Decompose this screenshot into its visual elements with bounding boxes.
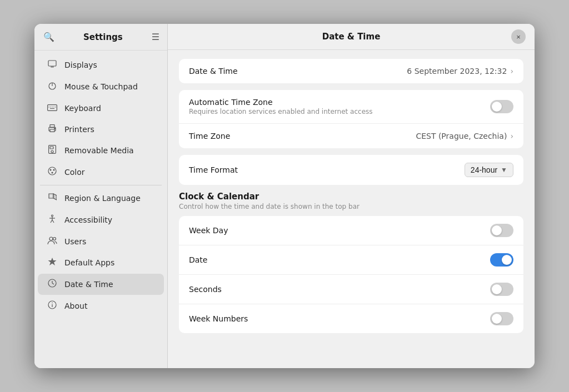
about-icon xyxy=(47,300,58,311)
svg-point-29 xyxy=(49,237,53,240)
auto-timezone-toggle[interactable] xyxy=(490,100,513,113)
svg-marker-23 xyxy=(53,194,57,200)
sidebar-items-list: Displays Mouse & Touchpad Keyboard xyxy=(34,51,167,368)
sidebar-label-color: Color xyxy=(64,168,85,177)
sidebar-header: 🔍 Settings ☰ xyxy=(34,24,167,51)
sidebar-label-about: About xyxy=(64,301,87,310)
week-numbers-toggle[interactable] xyxy=(490,312,513,325)
sidebar-item-accessibility[interactable]: Accessibility xyxy=(38,209,164,230)
date-time-value[interactable]: 6 September 2023, 12:32 › xyxy=(407,67,513,76)
auto-timezone-labels: Automatic Time Zone Requires location se… xyxy=(189,98,373,115)
svg-point-17 xyxy=(51,150,53,153)
sidebar-item-color[interactable]: Color xyxy=(38,162,164,183)
sidebar-divider-1 xyxy=(40,185,162,185)
week-day-label: Week Day xyxy=(189,226,228,235)
svg-rect-0 xyxy=(48,61,56,66)
users-icon xyxy=(47,236,58,247)
week-numbers-knob xyxy=(492,314,502,324)
week-numbers-row: Week Numbers xyxy=(179,304,523,333)
sidebar-label-displays: Displays xyxy=(64,61,97,69)
seconds-row: Seconds xyxy=(179,275,523,304)
svg-marker-31 xyxy=(48,258,57,265)
main-content: Date & Time 6 September 2023, 12:32 › Au… xyxy=(168,50,535,368)
removable-media-icon xyxy=(47,145,58,156)
svg-rect-16 xyxy=(50,147,53,149)
timezone-chevron: › xyxy=(510,132,513,140)
svg-point-14 xyxy=(54,128,56,129)
time-format-dropdown[interactable]: 24-hour ▼ xyxy=(465,163,513,177)
auto-timezone-knob xyxy=(492,102,502,112)
close-button[interactable]: × xyxy=(511,29,526,44)
sidebar-label-mouse: Mouse & Touchpad xyxy=(64,82,138,91)
timezone-row[interactable]: Time Zone CEST (Prague, Czechia) › xyxy=(179,124,523,148)
svg-point-20 xyxy=(53,169,55,171)
keyboard-icon xyxy=(47,103,58,113)
clock-calendar-title: Clock & Calendar xyxy=(179,192,523,202)
date-knob xyxy=(502,255,512,265)
svg-rect-13 xyxy=(50,129,54,132)
sidebar-item-printers[interactable]: Printers xyxy=(38,119,164,139)
sidebar-label-region: Region & Language xyxy=(64,194,141,203)
svg-point-24 xyxy=(52,215,53,217)
svg-point-37 xyxy=(52,303,53,304)
timezone-label: Time Zone xyxy=(189,132,230,140)
week-numbers-label: Week Numbers xyxy=(189,314,248,323)
sidebar-item-default-apps[interactable]: Default Apps xyxy=(38,252,164,273)
sidebar-item-displays[interactable]: Displays xyxy=(38,54,164,76)
region-icon xyxy=(47,193,58,204)
week-day-toggle[interactable] xyxy=(490,224,513,237)
svg-point-21 xyxy=(52,172,53,174)
accessibility-icon xyxy=(47,214,58,225)
sidebar-item-region-language[interactable]: Region & Language xyxy=(38,188,164,209)
week-day-knob xyxy=(492,225,502,235)
svg-point-18 xyxy=(48,167,56,175)
sidebar-label-default-apps: Default Apps xyxy=(64,258,114,267)
date-label: Date xyxy=(189,255,207,264)
sidebar-item-date-time[interactable]: Date & Time xyxy=(38,274,164,295)
sidebar-item-mouse-touchpad[interactable]: Mouse & Touchpad xyxy=(38,76,164,97)
svg-rect-1 xyxy=(51,67,54,67)
settings-window: 🔍 Settings ☰ Displays Mouse & Touchpad xyxy=(34,24,535,368)
date-time-icon xyxy=(47,279,58,290)
date-time-card: Date & Time 6 September 2023, 12:32 › xyxy=(179,59,523,83)
week-day-row: Week Day xyxy=(179,216,523,245)
displays-icon xyxy=(47,59,58,71)
main-header: Date & Time × xyxy=(168,24,535,50)
auto-timezone-row: Automatic Time Zone Requires location se… xyxy=(179,90,523,124)
main-title: Date & Time xyxy=(322,32,381,42)
sidebar-label-keyboard: Keyboard xyxy=(64,104,101,113)
sidebar-item-keyboard[interactable]: Keyboard xyxy=(38,98,164,118)
sidebar-label-printers: Printers xyxy=(64,125,94,134)
time-format-label: Time Format xyxy=(189,165,238,174)
timezone-text: CEST (Prague, Czechia) xyxy=(416,132,507,140)
clock-calendar-desc: Control how the time and date is shown i… xyxy=(179,203,523,210)
sidebar-label-date-time: Date & Time xyxy=(64,280,113,289)
time-format-row: Time Format 24-hour ▼ xyxy=(179,155,523,185)
sidebar-item-about[interactable]: About xyxy=(38,295,164,316)
sidebar-item-removable-media[interactable]: Removable Media xyxy=(38,140,164,161)
clock-calendar-card: Week Day Date Seconds xyxy=(179,216,523,333)
auto-timezone-label: Automatic Time Zone xyxy=(189,98,373,107)
printer-icon xyxy=(47,124,58,134)
timezone-value[interactable]: CEST (Prague, Czechia) › xyxy=(416,132,513,140)
date-time-row[interactable]: Date & Time 6 September 2023, 12:32 › xyxy=(179,59,523,83)
menu-icon[interactable]: ☰ xyxy=(152,32,159,42)
seconds-knob xyxy=(492,284,502,294)
sidebar-item-users[interactable]: Users xyxy=(38,231,164,252)
clock-calendar-header: Clock & Calendar Control how the time an… xyxy=(179,192,523,210)
sidebar-title: Settings xyxy=(60,32,146,42)
seconds-toggle[interactable] xyxy=(490,283,513,296)
svg-line-28 xyxy=(52,220,54,223)
date-time-text: 6 September 2023, 12:32 xyxy=(407,67,507,76)
date-toggle[interactable] xyxy=(490,253,513,267)
default-apps-icon xyxy=(47,257,58,268)
sidebar: 🔍 Settings ☰ Displays Mouse & Touchpad xyxy=(34,24,168,368)
search-icon[interactable]: 🔍 xyxy=(43,32,54,42)
svg-point-19 xyxy=(50,169,52,171)
auto-timezone-sublabel: Requires location services enabled and i… xyxy=(189,108,373,115)
seconds-label: Seconds xyxy=(189,285,222,294)
svg-line-27 xyxy=(51,220,52,223)
dropdown-arrow-icon: ▼ xyxy=(501,166,507,174)
sidebar-label-users: Users xyxy=(64,237,86,246)
svg-point-30 xyxy=(53,238,56,240)
